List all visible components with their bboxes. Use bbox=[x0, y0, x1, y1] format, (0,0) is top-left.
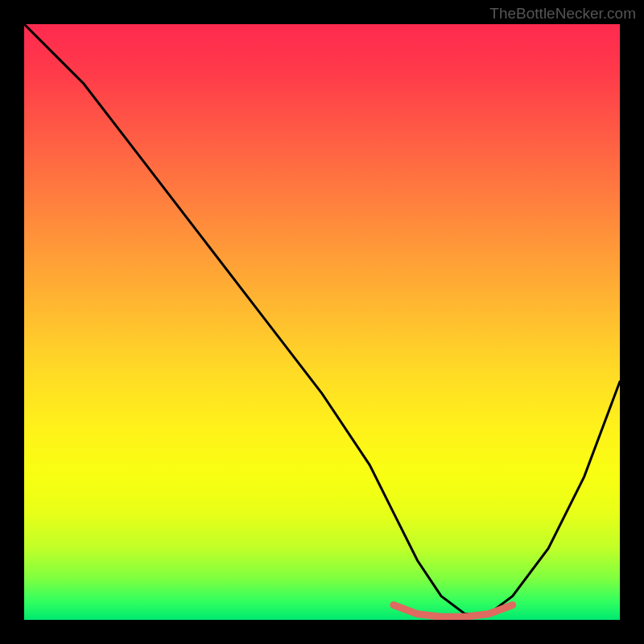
watermark-text: TheBottleNecker.com bbox=[489, 5, 636, 23]
chart-gradient-background bbox=[24, 24, 620, 620]
